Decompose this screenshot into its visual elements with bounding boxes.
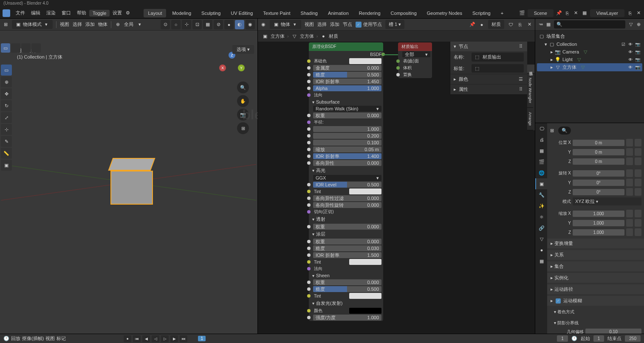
volume-input[interactable]: 体积	[400, 65, 430, 71]
principled-bsdf-node[interactable]: 原理化BSDF BSDF 基础色金属度0.000糙度0.500IOR 折射率1.…	[309, 42, 383, 321]
transform-value-field[interactable]: 0 m	[573, 158, 624, 165]
cube-mesh[interactable]	[110, 158, 161, 200]
new-collection-icon[interactable]: ⊕	[636, 22, 641, 28]
eye-icon[interactable]: 👁	[627, 41, 633, 47]
transform-value-field[interactable]: 1.000	[573, 220, 624, 226]
anim-icon[interactable]	[635, 169, 641, 177]
exclude-icon[interactable]: ☑	[620, 41, 626, 47]
breadcrumb-material[interactable]: 材质	[329, 33, 338, 39]
menu-render[interactable]: 渲染	[43, 10, 59, 16]
node-input-row[interactable]: Random Walk (Skin)▾	[309, 105, 383, 112]
drag-icon[interactable]: ⠿	[518, 44, 524, 50]
ptab-physics-icon[interactable]: ⚛	[535, 211, 547, 222]
node-canvas[interactable]: 原理化BSDF BSDF 基础色金属度0.000糙度0.500IOR 折射率1.…	[258, 42, 535, 334]
ptab-constraints-icon[interactable]: 🔗	[535, 222, 547, 233]
filter-icon[interactable]: ▽	[628, 22, 634, 28]
camera-view-icon[interactable]: 📷	[237, 109, 249, 121]
anim-icon[interactable]	[635, 148, 641, 156]
displacement-input[interactable]: 置换	[400, 72, 430, 78]
proportional-icon[interactable]: ○	[171, 20, 181, 29]
transform-value-field[interactable]: 0°	[573, 170, 624, 177]
timeline-frames[interactable]: 1	[191, 334, 554, 343]
shading-wire-icon[interactable]: ⊘	[214, 20, 223, 29]
node-input-row[interactable]: 权重0.000	[309, 112, 383, 119]
node-input-row[interactable]: 权重0.000	[309, 223, 383, 230]
transform-value-field[interactable]: 0°	[573, 180, 624, 186]
list-icon[interactable]: ☰	[518, 76, 524, 82]
mode-selector[interactable]: ▣ 物体模式 ▾	[12, 20, 53, 29]
select-mode4-icon[interactable]	[31, 43, 41, 53]
scene-icon[interactable]: 🎬	[519, 10, 525, 16]
material-output-node[interactable]: 材质输出 全部▾ 表(曲)面 体积 置换	[398, 42, 432, 78]
tab-texturepaint[interactable]: Texture Paint	[259, 9, 294, 17]
property-section[interactable]: ▾ 阴影分界线	[547, 318, 644, 328]
material-name-field[interactable]: 材质	[488, 20, 504, 29]
material-slot-selector[interactable]: 槽 1 ▾	[385, 20, 404, 29]
tab-shading[interactable]: Shading	[297, 9, 322, 17]
node-input-row[interactable]: 0.200	[309, 132, 383, 139]
shading-solid-icon[interactable]: ●	[224, 20, 234, 29]
node-input-row[interactable]: IOR 折射率1.450	[309, 78, 383, 85]
use-nodes-checkbox[interactable]: ✓ 使用节点	[356, 21, 382, 28]
shading-rendered-icon[interactable]: ◉	[246, 20, 255, 29]
anim-icon[interactable]	[635, 219, 641, 227]
x-axis-ball[interactable]: X	[219, 65, 226, 71]
node-input-row[interactable]: IOR 折射率1.500	[309, 252, 383, 259]
jump-start-icon[interactable]: ⏮	[133, 335, 141, 342]
render-icon[interactable]: 📷	[635, 49, 641, 55]
property-section[interactable]: ▸ 变换增量	[547, 239, 644, 248]
node-input-row[interactable]: Alpha1.000	[309, 85, 383, 92]
select-mode-icon[interactable]: ▭	[1, 43, 10, 53]
bsdf-output-socket[interactable]: BSDF	[311, 52, 381, 57]
vp-menu-add[interactable]: 添加	[85, 21, 95, 28]
editor-type-icon[interactable]: ⊞	[549, 128, 555, 134]
shading-material-icon[interactable]: ◐	[235, 20, 244, 29]
eye-icon[interactable]: 👁	[627, 65, 633, 70]
tab-sculpting[interactable]: Sculpting	[197, 9, 225, 17]
scene-collection-row[interactable]: ▢场景集合	[537, 32, 642, 40]
node-header[interactable]: 原理化BSDF	[309, 42, 383, 51]
snap-icon[interactable]: ⊙	[161, 20, 170, 29]
options-dropdown[interactable]: 选项 ▾	[232, 45, 254, 54]
delete-icon[interactable]: ✕	[573, 10, 579, 16]
shader-type-selector[interactable]: ▣ 物体 ▾	[270, 20, 301, 29]
transform-value-field[interactable]: 1.000	[573, 229, 624, 236]
tab-geonodes[interactable]: Geometry Nodes	[423, 9, 466, 17]
tab-compositing[interactable]: Compositing	[387, 9, 421, 17]
toggle-button[interactable]: Toggle	[89, 10, 110, 17]
ptab-world-icon[interactable]: 🌐	[535, 167, 547, 178]
annotate-tool-icon[interactable]: ✎	[1, 136, 12, 147]
breadcrumb-object[interactable]: 立方体	[271, 33, 285, 39]
ptab-particles-icon[interactable]: ✨	[535, 200, 547, 211]
copy-icon[interactable]: ⎘	[517, 22, 523, 28]
outliner-item[interactable]: ▸📷 Camera ▽ 👁📷	[537, 48, 642, 56]
property-section[interactable]: ▸ ✓ 运动模糊	[547, 296, 644, 306]
property-section[interactable]: ▸ 关系	[547, 250, 644, 260]
node-input-row[interactable]: 颜色	[309, 307, 383, 314]
color-section[interactable]: ▸ 颜色☰	[450, 74, 527, 84]
node-input-row[interactable]: 糙度0.500	[309, 71, 383, 78]
display-mode-icon[interactable]: ▦	[545, 22, 551, 28]
menu-file[interactable]: 文件	[13, 10, 28, 16]
lock-icon[interactable]	[626, 157, 633, 165]
coat-section[interactable]: ▾ 涂层	[309, 230, 383, 238]
viewlayer-selector[interactable]: ViewLayer	[590, 9, 624, 17]
rotate-tool-icon[interactable]: ↻	[1, 100, 12, 111]
ptab-object-icon[interactable]: ▣	[535, 178, 547, 189]
lock-icon[interactable]	[626, 210, 633, 217]
tl-view[interactable]: 视图	[45, 335, 55, 342]
render-icon[interactable]: 📷	[635, 56, 641, 62]
transform-value-field[interactable]: 0°	[573, 189, 624, 195]
vp-menu-view[interactable]: 视图	[60, 21, 69, 28]
rotation-mode-dropdown[interactable]: XYZ 欧拉 ▾	[573, 197, 641, 205]
navigation-gizmo[interactable]: Z Y X	[219, 52, 245, 77]
transform-tool-icon[interactable]: ⊹	[1, 124, 12, 135]
node-input-row[interactable]: 权重0.000	[309, 279, 383, 286]
transform-value-field[interactable]: 0 m	[573, 140, 624, 146]
orientation-label[interactable]: 全局	[124, 21, 133, 28]
tab-modeling[interactable]: Modeling	[168, 9, 195, 17]
pan-icon[interactable]: ✋	[237, 95, 249, 107]
outliner-search[interactable]: 🔍	[554, 20, 625, 28]
addcube-tool-icon[interactable]: ▣	[1, 160, 12, 171]
menu-settings[interactable]: 设置	[110, 10, 125, 16]
